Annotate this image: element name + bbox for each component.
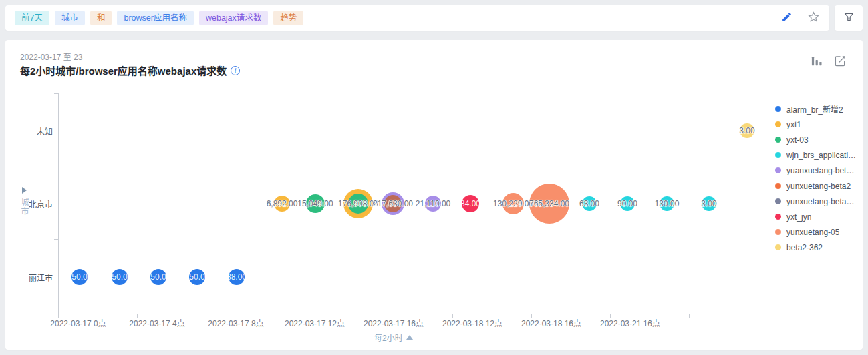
x-tick-label: 2022-03-17 0点: [50, 317, 106, 328]
star-icon: [807, 11, 820, 25]
x-axis-tick: [768, 314, 768, 318]
filter-card: 前7天城市和browser应用名称webajax请求数趋势: [5, 5, 829, 31]
y-category-label: 北京市: [29, 198, 53, 210]
bubble[interactable]: [71, 269, 88, 285]
filter-chip[interactable]: 前7天: [15, 11, 49, 25]
x-tick-label: 2022-03-18 16点: [521, 317, 581, 328]
bubble[interactable]: [620, 196, 635, 211]
funnel-icon: [843, 11, 855, 25]
bubble[interactable]: [740, 123, 754, 138]
x-axis-name: 每2小时: [374, 332, 403, 343]
x-tick-label: 2022-03-18 12点: [442, 317, 502, 328]
bubble[interactable]: [306, 194, 325, 213]
bubble[interactable]: [274, 196, 290, 212]
bubble-inner[interactable]: [348, 194, 368, 214]
bubble[interactable]: [229, 269, 245, 285]
bubble[interactable]: [529, 184, 569, 224]
triangle-up-icon: [406, 335, 413, 340]
x-axis-line: [58, 314, 768, 314]
y-axis-line: [58, 93, 59, 314]
chart-panel: 2022-03-17 至 23 每2小时城市/browser应用名称webaja…: [5, 40, 863, 350]
x-tick-label: 2022-03-17 12点: [285, 317, 345, 328]
bubble[interactable]: [425, 196, 441, 212]
filter-bar-actions: [781, 11, 820, 25]
bubble[interactable]: [660, 196, 674, 211]
filter-chip[interactable]: 和: [90, 11, 112, 25]
bubble[interactable]: [462, 195, 479, 212]
y-axis-tick: [54, 167, 58, 167]
triangle-right-icon: [22, 187, 27, 194]
filter-chip[interactable]: 城市: [55, 11, 85, 25]
x-tick-label: 2022-03-17 16点: [364, 317, 424, 328]
filter-chip[interactable]: webajax请求数: [199, 11, 268, 25]
y-axis-tick: [54, 93, 58, 94]
x-tick-label: 2022-03-21 16点: [600, 317, 660, 328]
pencil-icon: [781, 11, 792, 25]
edit-query-button[interactable]: [781, 11, 792, 25]
x-axis-tick: [689, 314, 690, 318]
filter-bar: 前7天城市和browser应用名称webajax请求数趋势: [5, 5, 863, 31]
x-axis-sort-control[interactable]: 每2小时: [374, 332, 413, 343]
y-axis-tick: [54, 239, 58, 240]
y-category-label: 丽江市: [29, 272, 53, 283]
bubble[interactable]: [150, 269, 166, 285]
filter-toggle-button[interactable]: [843, 11, 855, 25]
plot-area: 城市 每2小时 未知北京市丽江市2022-03-17 0点2022-03-17 …: [5, 40, 863, 350]
bubble[interactable]: [582, 196, 597, 211]
favorite-button[interactable]: [807, 11, 820, 25]
bubble-inner[interactable]: [384, 195, 402, 212]
filter-chip[interactable]: 趋势: [273, 11, 303, 25]
bubble[interactable]: [112, 269, 128, 285]
bubble[interactable]: [702, 196, 716, 211]
x-tick-label: 2022-03-17 8点: [208, 317, 263, 328]
x-tick-label: 2022-03-17 4点: [129, 317, 184, 328]
filter-chips: 前7天城市和browser应用名称webajax请求数趋势: [15, 11, 303, 25]
filter-toggle-card: [835, 5, 863, 31]
bubble[interactable]: [189, 269, 205, 285]
y-category-label: 未知: [37, 125, 53, 137]
bubble[interactable]: [502, 193, 524, 214]
filter-chip[interactable]: browser应用名称: [117, 11, 193, 25]
